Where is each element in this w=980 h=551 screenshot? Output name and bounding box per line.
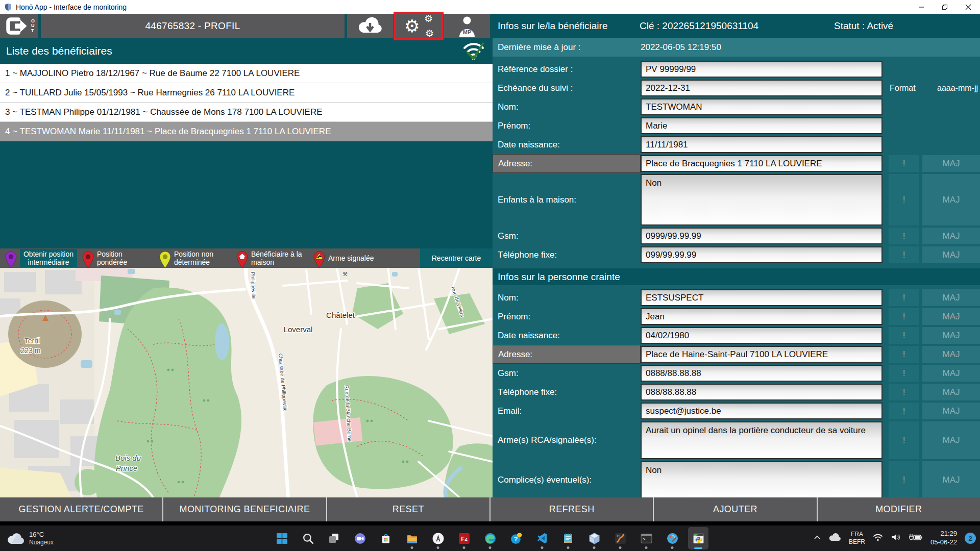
clock[interactable]: 21:29 05-06-22 [930,530,957,547]
alert-button[interactable]: ! [889,346,919,363]
field-input[interactable] [641,461,883,497]
maj-button[interactable]: MAJ [922,155,980,172]
explorer-taskbar-icon[interactable] [402,527,422,549]
alert-button[interactable]: ! [889,403,919,419]
settings-button[interactable]: ⚙⚙⚙ [396,14,442,38]
help-taskbar-icon[interactable]: ? [506,527,526,549]
weather-condition: Nuageux [29,539,54,546]
store-taskbar-icon[interactable] [376,527,396,549]
field-input[interactable] [641,80,883,96]
alert-button[interactable]: ! [889,155,919,172]
running-indicator [541,546,544,549]
terminal-taskbar-icon[interactable]: >_ [636,527,656,549]
mp-profile-button[interactable]: MP [444,14,490,38]
paint-taskbar-icon[interactable] [662,527,682,549]
search-taskbar-icon[interactable] [298,527,318,549]
list-item[interactable]: 3 ~ TESTMAN Philippe 01/12/1981 ~ Chauss… [0,103,493,122]
maj-button[interactable]: MAJ [922,289,980,306]
edge-taskbar-icon[interactable] [480,527,500,549]
modifier-button[interactable]: MODIFIER [818,497,980,521]
alert-button[interactable]: ! [889,461,919,497]
notification-badge[interactable]: 2 [965,533,976,544]
weather-widget[interactable]: 16°C Nuageux [7,525,54,551]
language-indicator[interactable]: FRA BEFR [849,531,865,546]
alert-button[interactable]: ! [889,228,919,244]
maj-button[interactable]: MAJ [922,228,980,244]
maj-button[interactable]: MAJ [922,403,980,419]
download-button[interactable] [347,14,393,38]
restore-button[interactable] [933,0,957,14]
maj-button[interactable]: MAJ [922,461,980,497]
maj-button[interactable]: MAJ [922,346,980,363]
field-input[interactable] [641,308,883,325]
alert-button[interactable]: ! [889,421,919,459]
logout-button[interactable]: OUT [0,14,38,38]
maj-button[interactable]: MAJ [922,421,980,459]
alert-button[interactable]: ! [889,308,919,325]
alert-button[interactable]: ! [889,174,919,226]
start-taskbar-icon[interactable] [272,527,292,549]
tray-volume-icon[interactable] [891,533,901,543]
legend-label[interactable]: Obtenir position intermédiaire [20,249,77,267]
field-label: Prénom: [493,116,641,135]
tray-battery-icon[interactable] [909,533,923,543]
close-button[interactable] [957,0,980,14]
vbox-taskbar-icon[interactable] [584,527,604,549]
legend-item-purple[interactable]: Obtenir position intermédiaire [5,246,77,270]
map[interactable]: ⚒ Châtelet Loverval Terril 223 m Bois du… [0,268,493,497]
python-taskbar-icon[interactable] [688,527,708,549]
logout-out-label: OUT [31,19,35,33]
tray-chevron-icon[interactable] [813,533,821,543]
hg64-taskbar-icon[interactable]: 64 [610,527,630,549]
field-input[interactable] [641,365,883,382]
minimize-button[interactable] [910,0,933,14]
panel-key: Clé : 202265121950631104 [640,20,834,32]
maj-button[interactable]: MAJ [922,384,980,400]
field-input[interactable] [641,246,883,263]
alert-button[interactable]: ! [889,246,919,263]
maj-button[interactable]: MAJ [922,365,980,382]
field-input[interactable] [641,228,883,244]
ajouter-button[interactable]: AJOUTER [654,497,817,521]
maj-button[interactable]: MAJ [922,246,980,263]
maj-button[interactable]: MAJ [922,327,980,344]
vscode-taskbar-icon[interactable] [532,527,552,549]
taskview-taskbar-icon[interactable] [324,527,344,549]
alert-button[interactable]: ! [889,327,919,344]
field-input[interactable] [641,384,883,400]
alert-button[interactable]: ! [889,384,919,400]
field-input[interactable] [641,98,883,115]
recenter-map-button[interactable]: Recentrer carte [420,248,493,268]
field-input[interactable] [641,155,883,172]
tray-wifi-icon[interactable] [873,533,883,543]
field-input[interactable] [641,289,883,306]
field-input[interactable] [641,136,883,153]
notepad-taskbar-icon[interactable] [558,527,578,549]
field-input[interactable] [641,174,883,226]
refresh-button[interactable]: REFRESH [491,497,654,521]
alert-button[interactable]: ! [889,289,919,306]
action-bar: GESTION ALERTE/COMPTE MONITORING BENEFIC… [0,497,980,525]
chat-taskbar-icon[interactable] [350,527,370,549]
field-label: Adresse: [493,154,641,173]
field-input[interactable] [641,327,883,344]
filezilla-taskbar-icon[interactable]: Fz [454,527,474,549]
reset-button[interactable]: RESET [327,497,491,521]
monitoring-beneficiaire-button[interactable]: MONITORING BENEFICIAIRE [163,497,327,521]
field-input[interactable] [641,346,883,363]
appcircle-taskbar-icon[interactable] [428,527,448,549]
field-input[interactable] [641,117,883,134]
list-item[interactable]: 2 ~ TUILLARD Julie 15/05/1993 ~ Rue Harm… [0,83,493,103]
gestion-alerte-compte-button[interactable]: GESTION ALERTE/COMPTE [0,497,163,521]
screen: Honō App - Interface de monitoring OUT 4… [0,0,980,551]
onedrive-icon[interactable] [829,533,841,543]
running-indicator [593,546,596,549]
maj-button[interactable]: MAJ [922,174,980,226]
list-item[interactable]: 4 ~ TESTWOMAN Marie 11/11/1981 ~ Place d… [0,122,493,141]
field-input[interactable] [641,403,883,419]
alert-button[interactable]: ! [889,365,919,382]
list-item[interactable]: 1 ~ MAJJOLINO Pietro 18/12/1967 ~ Rue de… [0,64,493,83]
maj-button[interactable]: MAJ [922,308,980,325]
field-input[interactable] [641,61,883,78]
field-input[interactable] [641,421,883,459]
